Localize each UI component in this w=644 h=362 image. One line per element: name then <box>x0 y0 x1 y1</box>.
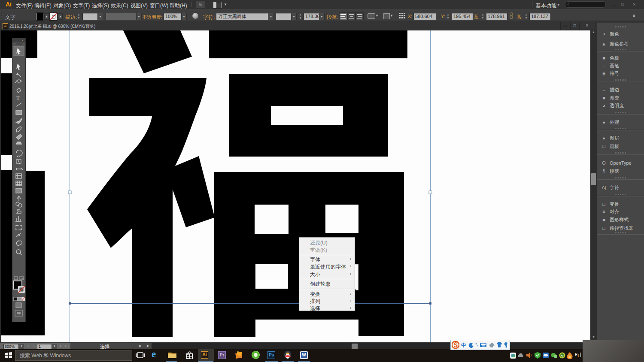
svg-text:×: × <box>21 39 23 42</box>
svg-text:T: T <box>16 95 20 101</box>
svg-text:↔: ↔ <box>15 39 19 42</box>
